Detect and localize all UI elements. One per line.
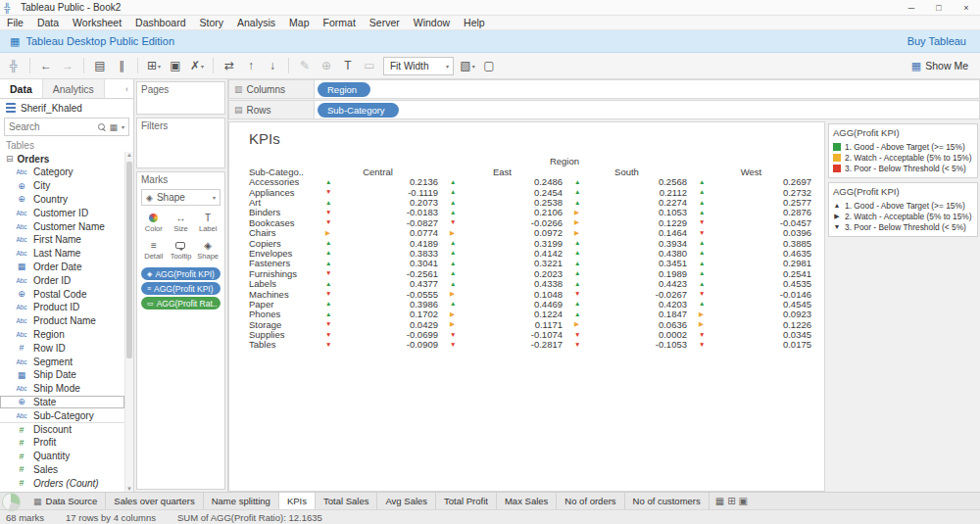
- row-label-labels[interactable]: Labels: [247, 279, 316, 289]
- kpi-cell[interactable]: ▲0.2274: [564, 198, 689, 208]
- kpi-cell[interactable]: ▼0.0175: [689, 340, 813, 350]
- row-label-machines[interactable]: Machines: [247, 289, 316, 299]
- kpi-cell[interactable]: ▶0.0774: [316, 228, 440, 238]
- kpi-cell[interactable]: ▲0.2136: [316, 177, 440, 187]
- field-customer-id[interactable]: AbcCustomer ID: [0, 206, 124, 219]
- minimize-button[interactable]: ─: [898, 0, 925, 15]
- row-label-accessories[interactable]: Accessories: [247, 177, 316, 187]
- kpi-cell[interactable]: ▲0.4203: [564, 299, 689, 309]
- kpi-cell[interactable]: ▼-0.0827: [316, 217, 440, 227]
- detail-button[interactable]: ≡ Detail: [141, 237, 167, 262]
- field-row-id[interactable]: #Row ID: [0, 341, 124, 355]
- kpi-cell[interactable]: ▶0.1048: [440, 289, 564, 299]
- kpi-cell[interactable]: ▲0.2981: [689, 259, 813, 268]
- kpi-cell[interactable]: ▲0.4380: [564, 249, 689, 259]
- swap-rows-columns-icon[interactable]: ⇄: [220, 56, 239, 75]
- kpi-cell[interactable]: ▶0.0923: [689, 310, 813, 319]
- kpi-cell[interactable]: ▲0.2112: [564, 187, 689, 197]
- field-last-name[interactable]: AbcLast Name: [0, 247, 124, 261]
- column-header-central[interactable]: Central: [316, 167, 440, 176]
- menu-story[interactable]: Story: [192, 17, 230, 28]
- kpi-cell[interactable]: ▲0.4545: [689, 299, 813, 309]
- tab-data[interactable]: Data: [0, 79, 42, 98]
- tab-data-source[interactable]: ▦ Data Source: [25, 493, 106, 509]
- kpi-cell[interactable]: ▲0.4423: [564, 279, 689, 289]
- field-ship-date[interactable]: ▦Ship Date: [0, 368, 124, 382]
- sheet-tab-total-sales[interactable]: Total Sales: [316, 493, 377, 509]
- color-button[interactable]: Color: [141, 210, 167, 235]
- data-source-row[interactable]: Sherif_Khaled: [0, 99, 133, 117]
- kpi-cell[interactable]: ▼-0.0146: [689, 289, 813, 299]
- columns-shelf-body[interactable]: Region: [315, 79, 980, 99]
- field-first-name[interactable]: AbcFirst Name: [0, 233, 124, 247]
- tableau-logo-icon[interactable]: ╬: [4, 56, 24, 75]
- legend-item[interactable]: 1. Good - Above Target (>= 15%): [833, 141, 974, 152]
- kpi-cell[interactable]: ▼-0.0699: [316, 330, 440, 340]
- kpi-cell[interactable]: ▼0.0396: [689, 228, 813, 238]
- kpi-cell[interactable]: ▼-0.2817: [440, 340, 564, 350]
- redo-icon[interactable]: →: [58, 56, 77, 75]
- data-pane-scrollbar[interactable]: ▲ ▼: [124, 152, 133, 492]
- new-story-button[interactable]: ▣: [739, 496, 748, 506]
- field-category[interactable]: AbcCategory: [0, 166, 124, 179]
- row-label-tables[interactable]: Tables: [247, 340, 316, 350]
- row-label-art[interactable]: Art: [247, 198, 316, 208]
- fit-dropdown[interactable]: Fit Width ▾: [383, 57, 454, 75]
- sheet-tab-name-splitting[interactable]: Name splitting: [204, 493, 279, 509]
- row-label-paper[interactable]: Paper: [247, 299, 316, 309]
- menu-server[interactable]: Server: [363, 17, 407, 28]
- region-dimension-header[interactable]: Region: [316, 157, 813, 167]
- field-product-name[interactable]: AbcProduct Name: [0, 314, 124, 328]
- field-country[interactable]: ⊕Country: [0, 193, 124, 207]
- menu-data[interactable]: Data: [30, 17, 66, 28]
- legend-item[interactable]: ▼3. Poor - Below Threshold (< 5%): [833, 221, 974, 232]
- kpi-cell[interactable]: ▲0.4142: [440, 249, 564, 259]
- show-mark-labels-icon[interactable]: T: [338, 56, 358, 75]
- sheet-tab-max-sales[interactable]: Max Sales: [497, 493, 557, 509]
- mark-type-dropdown[interactable]: ◈ Shape ▾: [141, 189, 220, 206]
- clear-sheet-icon[interactable]: ✗▾: [187, 56, 207, 75]
- field-sales[interactable]: #Sales: [0, 463, 124, 477]
- marks-pill-agg-profit-rat[interactable]: ▭AGG(Profit Rat..: [141, 297, 220, 310]
- undo-icon[interactable]: ←: [36, 56, 56, 75]
- sheet-tab-no-of-orders[interactable]: No of orders: [557, 493, 624, 509]
- kpi-cell[interactable]: ▶0.0972: [440, 228, 564, 238]
- field-quantity[interactable]: #Quantity: [0, 450, 124, 463]
- field-sub-category[interactable]: AbcSub-Category: [0, 408, 124, 422]
- fix-axes-icon[interactable]: ▭: [360, 56, 379, 75]
- scrollbar-thumb[interactable]: [126, 162, 132, 358]
- legend-item[interactable]: 3. Poor - Below Threshold (< 5%): [833, 163, 974, 173]
- column-header-east[interactable]: East: [440, 167, 564, 176]
- highlight-icon[interactable]: ✎: [295, 56, 315, 75]
- field-orders-count[interactable]: #Orders (Count): [0, 476, 124, 490]
- kpi-cell[interactable]: ▲0.4338: [440, 279, 564, 289]
- kpi-cell[interactable]: ▼-0.0457: [689, 217, 813, 227]
- view-options-icon[interactable]: ▦: [109, 122, 118, 132]
- kpi-cell[interactable]: ▶0.1224: [440, 310, 564, 319]
- field-ship-mode[interactable]: AbcShip Mode: [0, 382, 124, 396]
- column-header-west[interactable]: West: [689, 167, 813, 176]
- marks-pill-agg-profit-kpi[interactable]: ◈AGG(Profit KPI): [141, 267, 220, 280]
- kpi-cell[interactable]: ▼0.0429: [316, 319, 440, 329]
- row-label-fasteners[interactable]: Fasteners: [247, 259, 316, 268]
- kpi-cell[interactable]: ▲0.3221: [440, 259, 564, 268]
- kpi-cell[interactable]: ▲0.2486: [440, 177, 564, 187]
- field-customer-name[interactable]: AbcCustomer Name: [0, 219, 124, 233]
- menu-analysis[interactable]: Analysis: [230, 17, 282, 28]
- kpi-cell[interactable]: ▶0.1226: [689, 319, 813, 329]
- kpi-cell[interactable]: ▶0.1464: [564, 228, 689, 238]
- filters-shelf[interactable]: Filters: [136, 118, 225, 168]
- kpi-cell[interactable]: ▲0.3451: [564, 259, 689, 268]
- row-label-storage[interactable]: Storage: [247, 319, 316, 329]
- kpi-cell[interactable]: ▶0.1229: [564, 217, 689, 227]
- menu-help[interactable]: Help: [457, 17, 492, 28]
- field-discount[interactable]: #Discount: [0, 422, 124, 436]
- scroll-up-icon[interactable]: ▲: [125, 152, 133, 158]
- kpi-cell[interactable]: ▲0.2454: [440, 187, 564, 197]
- shape-button[interactable]: ◈ Shape: [195, 237, 220, 262]
- field-city[interactable]: ⊕City: [0, 179, 124, 193]
- kpi-cell[interactable]: ▼-0.0183: [316, 208, 440, 217]
- field-order-date[interactable]: ▦Order Date: [0, 261, 124, 274]
- kpi-cell[interactable]: ▲0.4469: [440, 299, 564, 309]
- kpi-cell[interactable]: ▼0.0002: [564, 330, 689, 340]
